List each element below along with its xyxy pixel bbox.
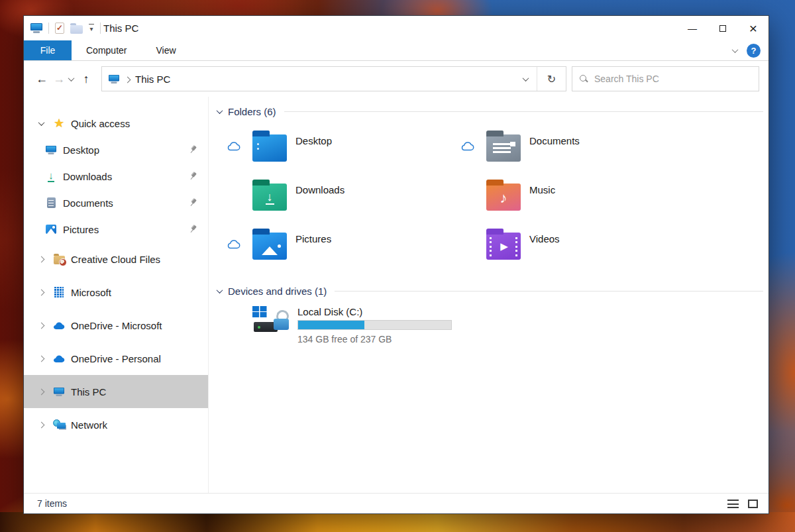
folders-grid: Desktop ↓ Downloads [209, 121, 765, 268]
help-icon[interactable]: ? [747, 44, 761, 58]
pin-icon [187, 223, 199, 235]
breadcrumb[interactable]: This PC [108, 74, 170, 85]
close-icon: × [749, 21, 757, 36]
section-divider [335, 291, 763, 292]
this-pc-icon [30, 23, 42, 33]
creative-cloud-icon [54, 256, 65, 264]
folder-tile-videos[interactable]: ▶ Videos [443, 219, 676, 268]
close-button[interactable]: × [738, 16, 768, 40]
sidebar-item-label: Network [71, 419, 107, 431]
expand-ribbon-icon[interactable] [732, 46, 739, 53]
cloud-status-icon [227, 239, 241, 249]
items-count: 7 items [37, 498, 67, 509]
file-explorer-window: ▾ This PC — × File Computer View ? ← → [23, 15, 769, 514]
chevron-right-icon[interactable] [38, 355, 44, 362]
sidebar-item-downloads[interactable]: ↓ Downloads [24, 163, 208, 189]
customize-toolbar-dropdown-icon[interactable]: ▾ [89, 24, 94, 33]
sidebar-item-onedrive-microsoft[interactable]: OneDrive - Microsoft [24, 309, 208, 342]
sidebar-item-creative-cloud-files[interactable]: Creative Cloud Files [24, 242, 208, 276]
hard-drive-bitlocker-icon [252, 305, 291, 337]
onedrive-cloud-icon [52, 354, 66, 363]
recent-locations-icon[interactable] [68, 75, 75, 81]
up-button[interactable]: ↑ [78, 72, 95, 86]
pin-icon [187, 197, 199, 209]
onedrive-cloud-icon [52, 321, 66, 330]
chevron-down-icon [522, 75, 529, 81]
search-input[interactable] [594, 74, 752, 84]
disk-usage-fill [298, 321, 364, 329]
chevron-right-icon[interactable] [38, 256, 44, 262]
large-icons-view-icon[interactable] [748, 500, 758, 508]
sidebar-item-label: Pictures [63, 224, 99, 235]
sidebar-item-this-pc[interactable]: This PC [24, 375, 208, 408]
section-header-devices[interactable]: Devices and drives (1) [217, 286, 763, 297]
back-button[interactable]: ← [33, 72, 50, 86]
maximize-button[interactable] [708, 16, 738, 40]
folder-name: Pictures [295, 233, 331, 244]
desktop-wallpaper: ▾ This PC — × File Computer View ? ← → [0, 0, 795, 532]
windows-logo-icon [252, 306, 259, 311]
chevron-right-icon[interactable] [38, 388, 44, 395]
sidebar-item-label: Microsoft [71, 287, 111, 298]
section-title: Folders (6) [228, 106, 276, 117]
drive-free-space: 134 GB free of 237 GB [297, 334, 452, 345]
tab-computer[interactable]: Computer [72, 40, 141, 60]
navigation-pane: ★ Quick access Desktop ↓ Downloads Docum… [24, 97, 209, 493]
folder-icon-pictures [252, 233, 287, 260]
separator [100, 23, 101, 34]
sidebar-item-microsoft[interactable]: Microsoft [24, 276, 208, 309]
window-controls: — × [677, 16, 768, 40]
folder-icon-desktop [252, 134, 287, 162]
sidebar-item-label: Desktop [63, 144, 99, 156]
chevron-down-icon[interactable] [217, 107, 223, 114]
sidebar-item-desktop[interactable]: Desktop [24, 136, 208, 163]
disk-usage-bar [297, 320, 452, 330]
desktop-icon [46, 145, 56, 154]
star-icon: ★ [54, 117, 64, 129]
folder-icon-music: ♪ [486, 184, 521, 211]
folder-name: Videos [529, 233, 560, 244]
section-header-folders[interactable]: Folders (6) [217, 106, 763, 117]
sidebar-item-label: This PC [71, 386, 106, 398]
sidebar-item-quick-access[interactable]: ★ Quick access [24, 110, 208, 136]
properties-icon[interactable] [55, 23, 64, 34]
folder-tile-documents[interactable]: Documents [443, 121, 676, 170]
sidebar-item-label: Quick access [71, 118, 130, 129]
sidebar-item-label: Documents [63, 197, 113, 209]
chevron-down-icon[interactable] [38, 119, 44, 126]
tab-file[interactable]: File [24, 40, 72, 60]
address-dropdown-button[interactable] [514, 77, 537, 81]
folder-icon-downloads: ↓ [252, 184, 287, 211]
new-folder-icon[interactable] [70, 25, 83, 34]
breadcrumb-item[interactable]: This PC [135, 74, 170, 85]
address-bar[interactable]: This PC ↻ [101, 66, 566, 91]
chevron-right-icon[interactable] [38, 289, 44, 295]
refresh-button[interactable]: ↻ [537, 67, 566, 91]
lock-icon [274, 310, 290, 333]
forward-button[interactable]: → [50, 72, 68, 86]
folder-tile-desktop[interactable]: Desktop [209, 121, 443, 170]
chevron-right-icon[interactable] [125, 76, 131, 83]
sidebar-item-documents[interactable]: Documents [24, 189, 208, 216]
download-icon: ↓ [48, 170, 54, 182]
folder-name: Music [529, 184, 555, 195]
sidebar-item-pictures[interactable]: Pictures [24, 216, 208, 242]
files-area: Folders (6) Desktop [209, 97, 768, 493]
folder-tile-pictures[interactable]: Pictures [209, 219, 443, 268]
folder-icon-videos: ▶ [486, 233, 521, 260]
sidebar-item-network[interactable]: Network [24, 408, 208, 441]
folder-tile-music[interactable]: ♪ Music [443, 170, 676, 219]
sidebar-item-onedrive-personal[interactable]: OneDrive - Personal [24, 342, 208, 375]
chevron-down-icon[interactable] [217, 287, 223, 293]
pin-icon [187, 144, 199, 156]
document-icon [47, 197, 56, 208]
details-view-icon[interactable] [727, 500, 739, 508]
tab-view[interactable]: View [141, 40, 190, 60]
chevron-right-icon[interactable] [38, 421, 44, 428]
drive-tile-local-disk-c[interactable]: Local Disk (C:) 134 GB free of 237 GB [252, 305, 765, 345]
chevron-right-icon[interactable] [38, 322, 44, 329]
window-title: This PC [103, 23, 138, 34]
folder-tile-downloads[interactable]: ↓ Downloads [209, 170, 443, 219]
minimize-button[interactable]: — [677, 16, 708, 40]
search-box[interactable] [572, 66, 759, 91]
